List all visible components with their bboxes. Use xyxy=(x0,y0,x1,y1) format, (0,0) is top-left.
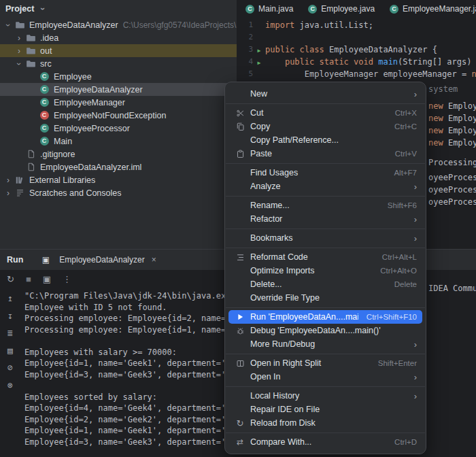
menu-item-label: Paste xyxy=(250,149,387,158)
tree-item-label: External Libraries xyxy=(29,175,95,185)
editor-tab-employeemanager-ja[interactable]: CEmployeeManager.ja xyxy=(382,0,476,17)
chevron-collapsed-icon[interactable]: › xyxy=(3,188,14,198)
menu-item-run-employeedataan-main[interactable]: Run 'EmployeeDataAn....main()'Ctrl+Shift… xyxy=(228,310,422,324)
tree-item-employeedataanalyzer[interactable]: CEmployeeDataAnalyzer xyxy=(0,83,237,96)
run-gutter-icon[interactable]: ▶ xyxy=(253,56,265,68)
menu-item-more-run-debug[interactable]: More Run/Debug› xyxy=(228,337,422,351)
run-arrow-icon[interactable]: ▶ xyxy=(258,48,261,54)
menu-item-label: Delete... xyxy=(250,280,386,289)
menu-item-optimize-imports[interactable]: Optimize ImportsCtrl+Alt+O xyxy=(228,264,422,277)
console-tab-icon: ▣ xyxy=(39,255,52,265)
submenu-arrow-icon: › xyxy=(414,372,417,382)
menu-item-copy[interactable]: CopyCtrl+C xyxy=(228,120,422,133)
tree-item-main[interactable]: CMain xyxy=(0,135,237,148)
editor-tab-employee-java[interactable]: CEmployee.java xyxy=(301,0,382,17)
chevron-down-icon[interactable]: › xyxy=(38,3,48,14)
menu-item-label: Reload from Disk xyxy=(250,418,417,428)
reformat-icon xyxy=(234,253,246,262)
tree-item-employeenotfoundexception[interactable]: CEmployeeNotFoundException xyxy=(0,109,237,122)
run-tab-employeedataanalyzer[interactable]: ▣ EmployeeDataAnalyzer × xyxy=(39,255,156,265)
print-icon[interactable]: ⊘ xyxy=(7,362,13,374)
tree-item-employeemanager[interactable]: CEmployeeManager xyxy=(0,96,237,109)
menu-item-shortcut: Ctrl+X xyxy=(395,109,417,117)
up-icon[interactable]: ↥ xyxy=(7,293,13,305)
menu-item-label: Open In xyxy=(250,372,406,382)
rerun-icon[interactable]: ↻ xyxy=(7,274,14,284)
menu-item-paste[interactable]: PasteCtrl+V xyxy=(228,147,422,160)
chevron-expanded-icon[interactable]: › xyxy=(3,20,13,31)
code-line: 1import java.util.List; xyxy=(237,19,476,31)
menu-item-cut[interactable]: CutCtrl+X xyxy=(228,106,422,120)
line-number: 3 xyxy=(237,44,253,56)
down-icon[interactable]: ↧ xyxy=(7,311,13,322)
menu-item-rename[interactable]: Rename...Shift+F6 xyxy=(228,199,422,212)
tree-item-scratches-and-consoles[interactable]: ›Scratches and Consoles xyxy=(0,186,237,199)
folder-icon xyxy=(24,46,37,56)
menu-item-copy-path-reference[interactable]: Copy Path/Reference... xyxy=(228,133,422,147)
menu-item-refactor[interactable]: Refactor› xyxy=(228,212,422,226)
tree-item-out[interactable]: ›out xyxy=(0,44,237,57)
tree-item-employeedataanalyzer[interactable]: ›EmployeeDataAnalyzerC:\Users\gfg0574\Id… xyxy=(0,18,237,31)
menu-item-delete[interactable]: Delete...Delete xyxy=(228,277,422,291)
close-icon[interactable]: × xyxy=(152,255,156,265)
code-text: public class xyxy=(265,44,324,56)
more-icon[interactable]: ⋮ xyxy=(63,274,71,284)
code-text: EmployeeManager employeeManager = xyxy=(265,68,471,80)
chevron-collapsed-icon[interactable]: › xyxy=(14,46,24,56)
menu-item-reload-from-disk[interactable]: ↻Reload from Disk xyxy=(228,416,422,430)
reload-icon: ↻ xyxy=(234,419,246,428)
capture-icon[interactable]: ▣ xyxy=(43,274,51,284)
scroll-to-end-icon[interactable]: ▤ xyxy=(7,345,13,357)
code-area: 1import java.util.List;23▶public class E… xyxy=(237,17,476,80)
editor-tab-main-java[interactable]: CMain.java xyxy=(238,0,301,17)
menu-item-bookmarks[interactable]: Bookmarks› xyxy=(228,231,422,245)
chevron-collapsed-icon[interactable]: › xyxy=(3,175,14,185)
menu-separator xyxy=(226,103,425,104)
tree-item-gitignore[interactable]: .gitignore xyxy=(0,148,237,160)
soft-wrap-icon[interactable]: ≣ xyxy=(7,328,13,339)
menu-item-shortcut: Ctrl+V xyxy=(395,150,417,158)
menu-item-override-file-type[interactable]: Override File Type xyxy=(228,291,422,305)
gutter xyxy=(253,31,265,44)
menu-item-label: Rename... xyxy=(250,201,379,210)
menu-item-find-usages[interactable]: Find UsagesAlt+F7 xyxy=(228,166,422,180)
menu-item-local-history[interactable]: Local History› xyxy=(228,389,422,403)
class-icon: C xyxy=(38,137,50,146)
menu-item-label: More Run/Debug xyxy=(250,339,406,349)
tree-item-path: C:\Users\gfg0574\IdeaProjects\Empl xyxy=(123,20,237,30)
menu-item-new[interactable]: New› xyxy=(228,87,422,101)
class-icon: C xyxy=(245,3,254,14)
tree-item-label: EmployeeDataAnalyzer xyxy=(29,20,118,30)
run-icon xyxy=(234,313,246,321)
menu-item-label: Open in Right Split xyxy=(250,358,370,368)
tree-item-employeeprocessor[interactable]: CEmployeeProcessor xyxy=(0,122,237,135)
editor-tab-label: EmployeeManager.ja xyxy=(403,4,476,14)
run-gutter-icon[interactable]: ▶ xyxy=(253,44,265,56)
tree-item-employee[interactable]: CEmployee xyxy=(0,70,237,83)
submenu-arrow-icon: › xyxy=(414,339,417,350)
tree-item-employeedataanalyzer-iml[interactable]: EmployeeDataAnalyzer.iml xyxy=(0,160,237,173)
debug-icon xyxy=(234,326,246,335)
menu-item-debug-employeedataan-main[interactable]: Debug 'EmployeeDataAn....main()' xyxy=(228,324,422,337)
menu-item-shortcut: Ctrl+Alt+L xyxy=(382,253,417,261)
menu-separator xyxy=(226,196,425,197)
tree-item-idea[interactable]: ›.idea xyxy=(0,31,237,44)
line-number: 1 xyxy=(237,19,253,31)
tree-item-src[interactable]: ›src xyxy=(0,57,237,70)
chevron-collapsed-icon[interactable]: › xyxy=(14,33,24,43)
menu-item-repair-ide-on-file[interactable]: Repair IDE on File xyxy=(228,403,422,416)
clear-icon[interactable]: ⊗ xyxy=(7,380,13,392)
folder-icon xyxy=(14,20,26,30)
gutter xyxy=(253,19,265,31)
menu-item-open-in[interactable]: Open In› xyxy=(228,370,422,384)
tree-item-label: EmployeeDataAnalyzer.iml xyxy=(40,163,141,172)
chevron-expanded-icon[interactable]: › xyxy=(14,58,24,69)
menu-item-analyze[interactable]: Analyze› xyxy=(228,180,422,193)
menu-item-reformat-code[interactable]: Reformat CodeCtrl+Alt+L xyxy=(228,250,422,264)
menu-item-shortcut: Shift+Enter xyxy=(378,359,417,367)
menu-item-compare-with[interactable]: ⇄Compare With...Ctrl+D xyxy=(228,435,422,449)
tree-item-external-libraries[interactable]: ›External Libraries xyxy=(0,173,237,186)
menu-item-open-in-right-split[interactable]: Open in Right SplitShift+Enter xyxy=(228,356,422,370)
stop-icon[interactable]: ■ xyxy=(26,274,31,284)
run-arrow-icon[interactable]: ▶ xyxy=(258,60,261,66)
